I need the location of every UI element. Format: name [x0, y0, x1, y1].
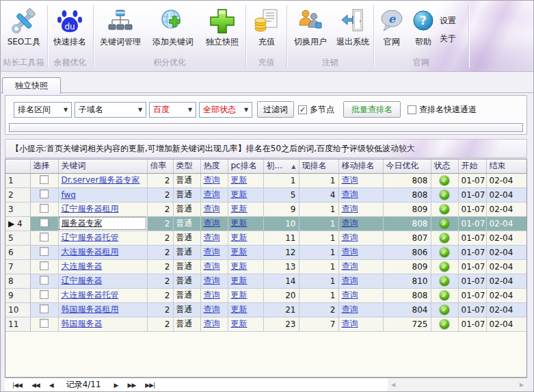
keyword-link[interactable]: fwq	[62, 190, 76, 200]
nav-next-button[interactable]: ▶	[109, 382, 123, 389]
table-row[interactable]: 7大连服务器2普通查询更新131查询809✓01-0702-04	[5, 259, 526, 274]
keyword-link[interactable]: 大连服务器托管	[62, 290, 119, 300]
col-start[interactable]: 开始	[458, 159, 486, 173]
mobile-query-link[interactable]: 查询	[342, 175, 358, 185]
fast-channel-checkbox[interactable]: 查排名快速通道	[408, 104, 477, 116]
hot-query-link[interactable]: 查询	[204, 204, 220, 213]
standalone-snapshot-button[interactable]: 独立快照	[200, 6, 245, 54]
hot-query-link[interactable]: 查询	[204, 218, 220, 228]
col-rate[interactable]: 倍率	[147, 159, 173, 173]
pc-update-link[interactable]: 更新	[231, 247, 248, 257]
mobile-query-link[interactable]: 查询	[342, 204, 358, 213]
row-checkbox[interactable]	[40, 276, 49, 285]
table-row[interactable]: 8辽宁服务器2普通查询更新141查询810✓01-0702-04	[5, 274, 526, 288]
row-checkbox[interactable]	[40, 190, 49, 198]
mobile-query-link[interactable]: 查询	[342, 218, 358, 228]
row-checkbox[interactable]	[40, 218, 49, 227]
pc-update-link[interactable]: 更新	[231, 175, 248, 185]
mobile-query-link[interactable]: 查询	[342, 304, 358, 314]
pc-update-link[interactable]: 更新	[231, 290, 248, 300]
row-checkbox[interactable]	[40, 233, 49, 241]
row-checkbox[interactable]	[40, 175, 49, 184]
search-engine-dropdown[interactable]: 百度 ▼	[149, 102, 196, 118]
hot-query-link[interactable]: 查询	[204, 233, 220, 242]
rank-range-dropdown[interactable]: 排名区间 ▼	[14, 102, 72, 118]
keyword-link[interactable]: 大连服务器租用	[62, 247, 119, 257]
col-pc-rank[interactable]: pc排名	[228, 159, 263, 173]
hot-query-link[interactable]: 查询	[204, 319, 220, 328]
col-keyword[interactable]: 关键词	[58, 159, 147, 173]
nav-prev-page-button[interactable]: ◀◀	[27, 382, 44, 389]
pc-update-link[interactable]: 更新	[231, 218, 248, 228]
hot-query-link[interactable]: 查询	[204, 276, 220, 285]
row-checkbox[interactable]	[40, 319, 49, 328]
keyword-link[interactable]: 辽宁服务器租用	[62, 204, 119, 213]
col-current-rank[interactable]: 现排名	[299, 159, 338, 173]
row-checkbox[interactable]	[40, 247, 49, 256]
col-end[interactable]: 结束	[486, 159, 526, 173]
table-row[interactable]: 3辽宁服务器租用2普通查询更新91查询809✓01-0702-04	[5, 202, 526, 216]
mobile-query-link[interactable]: 查询	[342, 190, 358, 199]
table-row[interactable]: 6大连服务器租用2普通查询更新121查询806✓01-0702-04	[5, 245, 526, 259]
pc-update-link[interactable]: 更新	[231, 204, 248, 213]
nav-next-page-button[interactable]: ▶▶	[123, 382, 141, 389]
col-today-opt[interactable]: 今日优化	[383, 159, 431, 173]
row-checkbox[interactable]	[40, 290, 49, 299]
recharge-button[interactable]: 充值	[248, 6, 286, 54]
hot-query-link[interactable]: 查询	[204, 304, 220, 314]
col-status[interactable]: 状态	[431, 159, 458, 173]
table-row[interactable]: ▶ 4服务器专家2普通查询更新101查询808✓01-0702-04	[5, 216, 526, 231]
hot-query-link[interactable]: 查询	[204, 190, 220, 199]
exit-system-button[interactable]: 退出系统	[333, 6, 373, 54]
table-row[interactable]: 9大连服务器托管2普通查询更新201查询808✓01-0702-04	[5, 288, 526, 302]
status-dropdown[interactable]: 全部状态 ▼	[199, 102, 252, 118]
mobile-query-link[interactable]: 查询	[342, 276, 358, 285]
pc-update-link[interactable]: 更新	[231, 190, 248, 199]
hot-query-link[interactable]: 查询	[204, 261, 220, 271]
horizontal-scrollbar[interactable]: ◀ ▶	[388, 378, 527, 391]
row-checkbox[interactable]	[40, 261, 49, 270]
scroll-right-icon[interactable]: ▶	[516, 378, 527, 391]
row-checkbox[interactable]	[40, 304, 49, 313]
nav-prev-button[interactable]: ◀	[44, 382, 58, 389]
hot-query-link[interactable]: 查询	[204, 175, 220, 185]
multi-node-checkbox[interactable]: ✓ 多节点	[298, 104, 334, 116]
pc-update-link[interactable]: 更新	[231, 276, 248, 285]
seo-tools-button[interactable]: SEO工具	[2, 6, 46, 54]
add-keyword-button[interactable]: 添加关键词	[147, 6, 199, 54]
keyword-link[interactable]: 辽宁服务器托管	[62, 233, 119, 242]
mobile-query-link[interactable]: 查询	[342, 247, 358, 257]
mobile-query-link[interactable]: 查询	[342, 261, 358, 271]
col-hot[interactable]: 热度	[200, 159, 228, 173]
mobile-query-link[interactable]: 查询	[342, 233, 358, 242]
batch-rank-button[interactable]: 批量查排名	[343, 101, 401, 118]
official-site-button[interactable]: e 官网	[376, 6, 408, 54]
col-mobile-rank[interactable]: 移动排名	[338, 159, 383, 173]
keyword-link[interactable]: 韩国服务器租用	[62, 304, 119, 314]
keyword-link[interactable]: 大连服务器	[62, 261, 103, 271]
keyword-link[interactable]: 服务器专家	[62, 218, 103, 228]
help-button[interactable]: ? 帮助	[410, 6, 437, 54]
nav-last-button[interactable]: ▶▶|	[140, 382, 159, 389]
keyword-link[interactable]: 韩国服务器	[62, 319, 103, 328]
tab-standalone-snapshot[interactable]: 独立快照	[2, 77, 61, 94]
table-row[interactable]: 2fwq2普通查询更新54查询808✓01-0702-04	[5, 187, 526, 202]
hot-query-link[interactable]: 查询	[204, 247, 220, 257]
nav-first-button[interactable]: |◀◀	[8, 382, 27, 389]
pc-update-link[interactable]: 更新	[231, 304, 248, 314]
pc-update-link[interactable]: 更新	[231, 319, 248, 328]
table-row[interactable]: 11韩国服务器2普通查询更新237查询725✓01-0702-04	[5, 317, 526, 331]
subdomain-dropdown[interactable]: 子域名 ▼	[75, 102, 146, 118]
about-button[interactable]: 关于	[440, 32, 470, 44]
hot-query-link[interactable]: 查询	[204, 290, 220, 300]
settings-button[interactable]: 设置	[440, 14, 470, 27]
keyword-link[interactable]: Dr.server服务器专家	[62, 175, 140, 185]
scroll-left-icon[interactable]: ◀	[388, 378, 399, 391]
mobile-query-link[interactable]: 查询	[342, 290, 358, 300]
fast-rank-button[interactable]: du 快速排名	[49, 6, 91, 54]
pc-update-link[interactable]: 更新	[231, 233, 248, 242]
table-row[interactable]: 5辽宁服务器托管2普通查询更新111查询807✓01-0702-04	[5, 231, 526, 245]
switch-user-button[interactable]: 切换用户	[289, 6, 332, 54]
col-init-rank[interactable]: 初... ▲	[263, 159, 299, 173]
mobile-query-link[interactable]: 查询	[342, 319, 358, 328]
